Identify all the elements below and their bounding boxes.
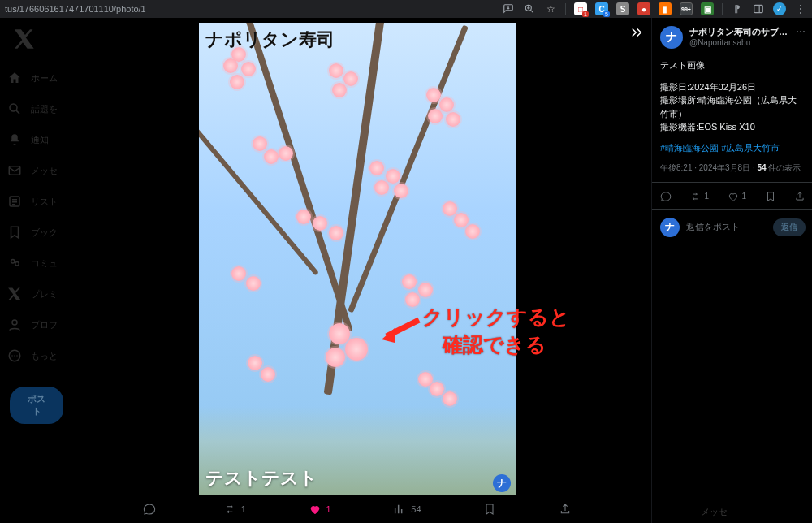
tweet-hashtags[interactable]: #晴海臨海公園 #広島県大竹市	[660, 142, 806, 154]
nav-profile[interactable]: プロフ	[6, 317, 63, 333]
media-viewer: ナポリタン寿司 テストテスト ナ 1 1 54	[63, 18, 651, 523]
chrome-menu-icon[interactable]: ⋮	[794, 2, 807, 15]
display-name[interactable]: ナポリタン寿司のサブ垢@広島住み…	[689, 26, 789, 38]
like-button[interactable]: 1	[728, 191, 747, 202]
reply-button[interactable]	[660, 191, 672, 202]
tweet-text: テスト画像 撮影日:2024年02月26日 撮影場所:晴海臨海公園（広島県大竹市…	[660, 58, 806, 142]
chrome-right-cluster: ☆ □1 C5 S ● ▮ 99+ ▣ ⁋ ✓ ⋮	[502, 2, 807, 15]
reply-avatar[interactable]: ナ	[660, 218, 680, 237]
photo-overlay-top-text: ナポリタン寿司	[205, 28, 335, 52]
user-handle[interactable]: @Naporitansabu	[689, 38, 789, 47]
photo-badge-icon: ナ	[493, 474, 511, 492]
retweet-button[interactable]: 1	[689, 191, 709, 202]
media-views-button[interactable]: 54	[393, 503, 421, 516]
separator	[652, 209, 812, 210]
media-action-bar: 1 1 54	[63, 495, 651, 523]
extension-5-icon[interactable]: ▮	[659, 2, 672, 15]
post-button[interactable]: ポスト	[10, 387, 63, 424]
nav-premium[interactable]: プレミ	[6, 286, 63, 302]
tweet-more-icon[interactable]: ⋯	[796, 26, 806, 37]
bookmark-button[interactable]	[765, 191, 776, 202]
annotation-arrow-icon	[378, 315, 422, 352]
svg-point-3	[10, 104, 17, 111]
tweet-meta-line-1: 撮影日:2024年02月26日	[660, 82, 756, 92]
left-sidebar: ホーム 話題を 通知 メッセ リスト ブック コミュ プレミ プロフ もっと ポ…	[0, 18, 63, 523]
svg-point-12	[16, 355, 18, 357]
nav-home[interactable]: ホーム	[6, 70, 63, 86]
nav-messages[interactable]: メッセ	[6, 162, 63, 179]
sidepanel-icon[interactable]	[752, 2, 765, 15]
svg-point-10	[11, 355, 13, 357]
share-button[interactable]	[794, 191, 806, 202]
separator	[652, 182, 812, 183]
extension-3-icon[interactable]: S	[616, 2, 629, 15]
nav-more[interactable]: もっと	[6, 348, 63, 364]
extension-4-icon[interactable]: ●	[637, 2, 650, 15]
profile-icon[interactable]: ✓	[773, 2, 786, 15]
tweet-meta-line-2: 撮影場所:晴海臨海公園（広島県大竹市）	[660, 95, 797, 119]
bookmark-star-icon[interactable]: ☆	[544, 2, 557, 15]
x-logo-icon[interactable]	[13, 28, 36, 50]
photo-overlay-bottom-text: テストテスト	[205, 466, 317, 491]
tweet-meta-line-3: 撮影機器:EOS Kiss X10	[660, 122, 755, 132]
photo-image[interactable]: ナポリタン寿司 テストテスト ナ	[199, 23, 516, 495]
annotation-text: クリックすると 確認できる	[422, 304, 570, 359]
reply-submit-button[interactable]: 返信	[773, 218, 806, 236]
tweet-body-lead: テスト画像	[660, 58, 806, 72]
media-like-button[interactable]: 1	[309, 503, 331, 516]
music-icon[interactable]: ⁋	[731, 2, 744, 15]
svg-point-6	[11, 260, 15, 264]
browser-chrome-bar: tus/1766061617471701110/photo/1 ☆ □1 C5 …	[0, 0, 812, 18]
engagement-row: 1 1	[660, 188, 806, 209]
extension-2-icon[interactable]: C5	[595, 2, 608, 15]
svg-point-7	[15, 262, 19, 266]
messages-drawer-label[interactable]: メッセ	[701, 506, 728, 518]
nav-explore[interactable]: 話題を	[6, 101, 63, 117]
nav-bookmarks[interactable]: ブック	[6, 224, 63, 240]
extension-1-icon[interactable]: □1	[574, 2, 587, 15]
nav-notifications[interactable]: 通知	[6, 132, 63, 148]
tweet-info-panel: ナ ナポリタン寿司のサブ垢@広島住み… @Naporitansabu ⋯ テスト…	[651, 18, 812, 523]
svg-rect-1	[754, 5, 763, 12]
extension-6-icon[interactable]: ▣	[701, 2, 714, 15]
nav-communities[interactable]: コミュ	[6, 255, 63, 271]
reply-input[interactable]: 返信をポスト	[686, 221, 767, 233]
media-bookmark-button[interactable]	[483, 503, 496, 516]
media-reply-button[interactable]	[143, 503, 161, 516]
collapse-sidebar-icon[interactable]	[627, 23, 646, 42]
extension-tabcount-icon[interactable]: 99+	[680, 2, 693, 15]
install-app-icon[interactable]	[502, 2, 515, 15]
url-fragment: tus/1766061617471701110/photo/1	[5, 4, 146, 14]
svg-point-8	[12, 320, 17, 325]
tweet-timestamp: 午後8:21 · 2024年3月8日 · 54 件の表示	[660, 162, 806, 174]
media-share-button[interactable]	[559, 503, 572, 516]
avatar[interactable]: ナ	[660, 26, 683, 49]
nav-lists[interactable]: リスト	[6, 193, 63, 210]
zoom-icon[interactable]	[523, 2, 536, 15]
media-retweet-button[interactable]: 1	[223, 503, 246, 516]
svg-point-11	[14, 355, 15, 357]
